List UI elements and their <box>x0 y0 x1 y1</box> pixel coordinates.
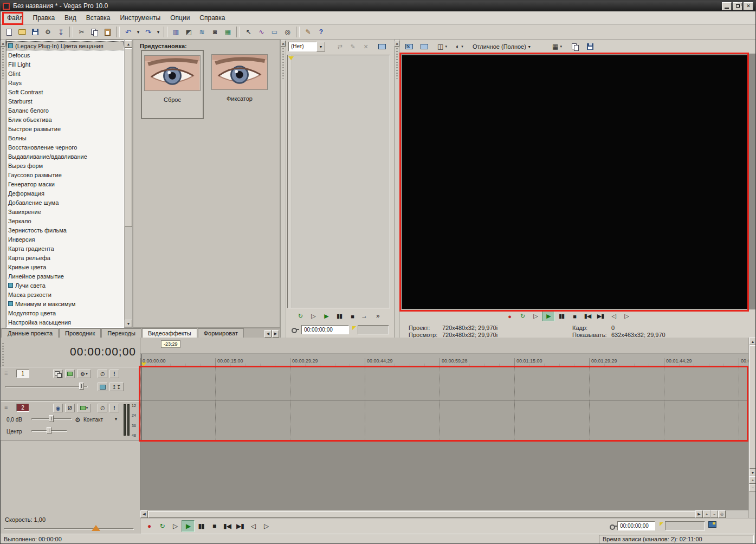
zoom-out-time-icon[interactable]: − <box>710 510 718 518</box>
dropdown-arrow-icon[interactable]: ▾ <box>461 44 463 49</box>
close-panel-icon[interactable]: ✕ <box>395 41 399 47</box>
pv-prev-frame-button[interactable]: ◁ <box>607 311 620 321</box>
preview-color-icon[interactable]: ◐▾ <box>452 41 467 52</box>
dock-grip-icon[interactable] <box>396 48 398 79</box>
scroll-up-icon[interactable]: ▲ <box>749 338 756 345</box>
menu-tools[interactable]: Инструменты <box>115 12 165 24</box>
menu-help[interactable]: Справка <box>195 12 230 24</box>
effects-list-scrollbar[interactable]: ▲ ▼ <box>124 40 133 328</box>
effect-list-item[interactable]: Defocus <box>7 50 124 60</box>
media-thumbnail-icon[interactable] <box>708 521 716 528</box>
automation-settings-button[interactable]: ⚙▾ <box>77 370 91 378</box>
scrollbar-thumb[interactable] <box>125 48 132 227</box>
effect-list-item[interactable]: Кривые цвета <box>7 262 124 271</box>
undo-button[interactable] <box>122 26 134 38</box>
play-from-start-button[interactable]: ▷ <box>169 520 182 532</box>
effect-list-item[interactable]: Инверсия <box>7 235 124 244</box>
record-button[interactable]: ● <box>143 520 156 532</box>
split-screen-icon[interactable]: ◫▾ <box>435 41 450 52</box>
combo-arrow-icon[interactable]: ▾ <box>316 42 325 51</box>
effect-list-item[interactable]: Starburst <box>7 96 124 106</box>
zoom-in-track-height-icon[interactable]: + <box>749 476 756 484</box>
track-device-label[interactable]: Контакт <box>83 417 103 423</box>
keyframe-editor-area[interactable] <box>287 55 390 308</box>
effect-list-item[interactable]: Карта рельефа <box>7 253 124 262</box>
compositing-mode-button[interactable] <box>98 383 107 391</box>
menu-insert[interactable]: Вставка <box>81 12 115 24</box>
selection-tool-button[interactable] <box>268 26 281 38</box>
go-to-start-button[interactable]: ▮◀ <box>221 520 234 532</box>
effect-list-item[interactable]: Блик объектива <box>7 115 124 124</box>
track-fx-button[interactable]: ▾ <box>77 404 91 412</box>
next-frame-button[interactable]: ▷ <box>260 520 273 532</box>
play-button[interactable]: ▶ <box>182 520 195 532</box>
transport-timecode[interactable]: 00:00:00;00 <box>617 521 655 530</box>
video-event-fx-icon[interactable] <box>403 41 415 52</box>
auto-crossfades-button[interactable] <box>183 26 195 38</box>
kf-play-button[interactable]: ▶ <box>320 311 333 321</box>
dock-grip-icon[interactable] <box>2 48 4 79</box>
tab-explorer[interactable]: Проводник <box>59 328 101 338</box>
tutorials-button[interactable] <box>302 26 314 38</box>
kf-loop-button[interactable]: ↻ <box>294 311 307 321</box>
effect-list-item[interactable]: Карта градиента <box>7 244 124 253</box>
menu-view[interactable]: Вид <box>60 12 81 24</box>
pause-button[interactable]: ▮▮ <box>195 520 208 532</box>
pv-play-button[interactable]: ▶ <box>542 311 555 321</box>
zoom-in-time-icon[interactable]: + <box>703 510 710 518</box>
pv-record-button[interactable]: ● <box>503 311 516 321</box>
keyframe-cursor-marker[interactable] <box>288 56 294 60</box>
timeline-horizontal-scrollbar[interactable]: ◀ ▶ + − ◎ <box>140 510 748 518</box>
effect-list-item[interactable]: Волны <box>7 133 124 143</box>
open-button[interactable] <box>16 26 28 38</box>
kf-stop-button[interactable]: ■ <box>346 311 359 321</box>
jump-to-end-icon[interactable]: → <box>361 312 367 320</box>
properties-button[interactable] <box>42 26 54 38</box>
gear-icon[interactable]: ⚙ <box>75 416 81 424</box>
prev-frame-button[interactable]: ◁ <box>247 520 260 532</box>
scroll-up-icon[interactable]: ▲ <box>125 40 132 48</box>
effect-list-item[interactable]: Деформация <box>7 189 124 198</box>
external-monitor-icon[interactable] <box>418 41 430 52</box>
restore-button[interactable] <box>733 2 742 10</box>
volume-slider[interactable] <box>31 415 72 423</box>
video-track-lane[interactable] <box>140 367 748 401</box>
effect-list-item[interactable]: Гауссово размытие <box>7 170 124 179</box>
tabs-scroll-right-icon[interactable]: ▶ <box>272 330 279 338</box>
record-arm-button[interactable]: ◉ <box>53 404 63 412</box>
paste-button[interactable] <box>101 26 114 38</box>
zoom-out-track-height-icon[interactable]: − <box>749 484 756 491</box>
import-media-button[interactable] <box>55 26 67 38</box>
scroll-down-icon[interactable]: ▼ <box>125 320 132 327</box>
ignore-grouping-button[interactable] <box>222 26 234 38</box>
dropdown-arrow-icon[interactable]: ▾ <box>445 44 447 49</box>
tabs-scroll-left-icon[interactable]: ◀ <box>264 330 272 338</box>
effect-list-item[interactable]: Быстрое размытие <box>7 124 124 133</box>
effect-list-item[interactable]: Минимум и максимум <box>7 299 124 308</box>
snapping-button[interactable] <box>170 26 182 38</box>
make-compositing-child-button[interactable]: ↥↧ <box>109 383 124 391</box>
pv-go-end-button[interactable]: ▶▮ <box>594 311 607 321</box>
invert-phase-button[interactable]: Ø <box>65 404 75 412</box>
solo-button[interactable]: ! <box>109 370 119 378</box>
cursor-timecode-display[interactable]: 00:00:00;00 <box>22 345 136 358</box>
go-to-end-button[interactable]: ▶▮ <box>234 520 247 532</box>
track-number[interactable]: 1 <box>16 370 29 378</box>
close-panel-icon[interactable]: ✕ <box>1 41 5 47</box>
timeline-cursor-marker[interactable] <box>141 362 146 366</box>
preset-reset[interactable]: Сброс <box>141 50 204 119</box>
auto-ripple-button[interactable] <box>196 26 208 38</box>
pv-play-from-start-button[interactable]: ▷ <box>529 311 542 321</box>
composite-level-slider[interactable] <box>5 383 88 390</box>
close-panel-icon[interactable]: ✕ <box>281 41 286 47</box>
effect-list-item[interactable]: Баланс белого <box>7 106 124 115</box>
minimize-button[interactable] <box>722 2 732 10</box>
kf-play-from-start-button[interactable]: ▷ <box>307 311 320 321</box>
menu-edit[interactable]: Правка <box>28 12 60 24</box>
menu-options[interactable]: Опции <box>165 12 195 24</box>
effect-list-item[interactable]: Восстановление черного <box>7 143 124 152</box>
scroll-right-icon[interactable]: ▶ <box>695 510 703 518</box>
effect-list-item[interactable]: Линейное размытие <box>7 271 124 281</box>
pv-loop-button[interactable]: ↻ <box>516 311 529 321</box>
close-button[interactable]: ✕ <box>744 2 753 10</box>
